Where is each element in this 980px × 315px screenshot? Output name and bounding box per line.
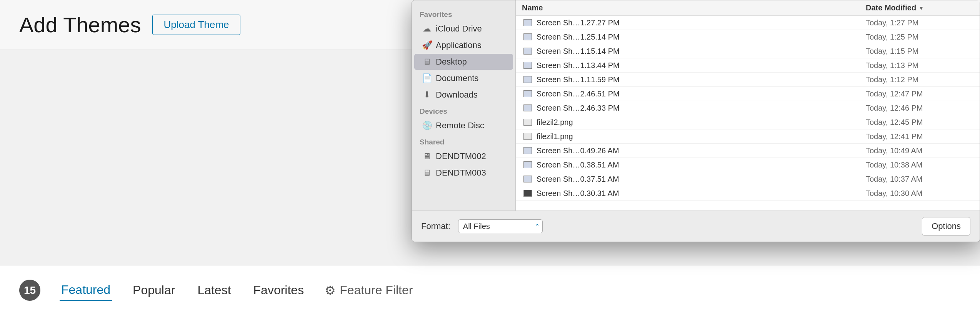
computer-icon-1: 🖥 <box>422 151 432 161</box>
sidebar-item-applications-label: Applications <box>436 40 482 50</box>
file-date: Today, 1:25 PM <box>866 33 973 41</box>
icloud-icon: ☁ <box>422 24 432 34</box>
file-name: Screen Sh…0.37.51 AM <box>537 175 866 184</box>
file-list-item[interactable]: Screen Sh…1.13.44 PM Today, 1:13 PM <box>516 58 980 73</box>
gear-icon: ⚙ <box>325 283 336 298</box>
file-list-item[interactable]: Screen Sh…0.37.51 AM Today, 10:37 AM <box>516 172 980 186</box>
file-date: Today, 12:46 PM <box>866 104 973 113</box>
sidebar-item-downloads[interactable]: ⬇ Downloads <box>414 87 513 103</box>
file-list-header: Name Date Modified ▼ <box>516 0 980 16</box>
file-list-item[interactable]: filezil1.png Today, 12:41 PM <box>516 129 980 144</box>
upload-theme-button[interactable]: Upload Theme <box>152 15 240 35</box>
tabs-bar: 15 Featured Popular Latest Favorites ⚙ F… <box>0 265 980 315</box>
desktop-icon: 🖥 <box>422 57 432 67</box>
feature-filter-button[interactable]: ⚙ Feature Filter <box>325 283 413 298</box>
file-list-item[interactable]: Screen Sh…0.49.26 AM Today, 10:49 AM <box>516 144 980 158</box>
options-button[interactable]: Options <box>922 217 970 235</box>
file-list-item[interactable]: Screen Sh…0.38.51 AM Today, 10:38 AM <box>516 158 980 172</box>
sidebar-item-dendtm002-label: DENDTM002 <box>436 151 486 161</box>
file-date: Today, 12:47 PM <box>866 90 973 98</box>
sidebar-item-documents[interactable]: 📄 Documents <box>414 70 513 86</box>
file-icon <box>522 189 533 198</box>
file-name: Screen Sh…2.46.33 PM <box>537 104 866 113</box>
file-name: Screen Sh…0.38.51 AM <box>537 161 866 169</box>
file-name: Screen Sh…1.11.59 PM <box>537 75 866 84</box>
file-icon <box>522 18 533 27</box>
file-name: Screen Sh…1.25.14 PM <box>537 33 866 41</box>
file-name: Screen Sh…1.27.27 PM <box>537 18 866 27</box>
file-list-item[interactable]: filezil2.png Today, 12:45 PM <box>516 115 980 129</box>
devices-section-label: Devices <box>412 103 515 117</box>
sidebar-item-remote-disc-label: Remote Disc <box>436 121 484 131</box>
file-icon <box>522 118 533 127</box>
file-icon <box>522 46 533 56</box>
applications-icon: 🚀 <box>422 40 432 50</box>
file-name: Screen Sh…1.15.14 PM <box>537 47 866 56</box>
file-name: Screen Sh…0.49.26 AM <box>537 146 866 155</box>
file-icon <box>522 146 533 155</box>
file-list-item[interactable]: Screen Sh…2.46.33 PM Today, 12:46 PM <box>516 101 980 115</box>
page-title: Add Themes <box>19 12 141 37</box>
file-date: Today, 10:30 AM <box>866 189 973 198</box>
themes-count-badge: 15 <box>19 280 40 301</box>
file-icon <box>522 160 533 169</box>
file-name: Screen Sh…0.30.31 AM <box>537 189 866 198</box>
file-date: Today, 10:38 AM <box>866 161 973 169</box>
file-icon <box>522 103 533 113</box>
favorites-section-label: Favorites <box>412 7 515 20</box>
tab-latest[interactable]: Latest <box>196 280 232 300</box>
file-date: Today, 1:15 PM <box>866 47 973 56</box>
sidebar-item-dendtm003-label: DENDTM003 <box>436 168 486 178</box>
shared-section-label: Shared <box>412 134 515 148</box>
file-list-item[interactable]: Screen Sh…0.30.31 AM Today, 10:30 AM <box>516 186 980 201</box>
file-list-item[interactable]: Screen Sh…2.46.51 PM Today, 12:47 PM <box>516 87 980 101</box>
tab-popular[interactable]: Popular <box>131 280 177 300</box>
file-icon <box>522 75 533 84</box>
file-picker-content: Favorites ☁ iCloud Drive 🚀 Applications … <box>412 0 980 211</box>
downloads-icon: ⬇ <box>422 90 432 100</box>
file-list-item[interactable]: Screen Sh…1.11.59 PM Today, 1:12 PM <box>516 73 980 87</box>
file-list-scroll[interactable]: Screen Sh…1.27.27 PM Today, 1:27 PM Scre… <box>516 16 980 211</box>
feature-filter-label: Feature Filter <box>340 283 413 297</box>
file-date: Today, 12:45 PM <box>866 118 973 127</box>
sidebar-item-desktop-label: Desktop <box>436 57 467 67</box>
remote-disc-icon: 💿 <box>422 121 432 131</box>
documents-icon: 📄 <box>422 73 432 83</box>
sidebar-item-applications[interactable]: 🚀 Applications <box>414 37 513 53</box>
file-list-item[interactable]: Screen Sh…1.25.14 PM Today, 1:25 PM <box>516 30 980 44</box>
file-name: Screen Sh…2.46.51 PM <box>537 90 866 98</box>
file-icon <box>522 174 533 184</box>
format-select[interactable]: All Files Images Documents <box>458 219 543 233</box>
file-date: Today, 1:27 PM <box>866 18 973 27</box>
file-date: Today, 1:12 PM <box>866 75 973 84</box>
file-date: Today, 10:49 AM <box>866 146 973 155</box>
file-list-item[interactable]: Screen Sh…1.27.27 PM Today, 1:27 PM <box>516 16 980 30</box>
file-name: Screen Sh…1.13.44 PM <box>537 61 866 70</box>
date-column-header[interactable]: Date Modified ▼ <box>866 3 973 12</box>
sidebar-item-desktop[interactable]: 🖥 Desktop <box>414 54 513 70</box>
file-picker-sidebar: Favorites ☁ iCloud Drive 🚀 Applications … <box>412 0 516 211</box>
tab-featured[interactable]: Featured <box>60 280 112 301</box>
file-date: Today, 12:41 PM <box>866 132 973 141</box>
format-label: Format: <box>421 221 450 231</box>
file-name: filezil2.png <box>537 118 866 127</box>
format-select-wrapper[interactable]: All Files Images Documents ⌃ <box>458 219 543 233</box>
file-name: filezil1.png <box>537 132 866 141</box>
sidebar-item-documents-label: Documents <box>436 73 478 83</box>
file-icon <box>522 32 533 41</box>
file-date: Today, 10:37 AM <box>866 175 973 184</box>
sort-arrow-icon: ▼ <box>918 5 924 11</box>
sidebar-item-downloads-label: Downloads <box>436 90 478 100</box>
tab-favorites[interactable]: Favorites <box>252 280 306 300</box>
file-picker-dialog: Favorites ☁ iCloud Drive 🚀 Applications … <box>412 0 980 242</box>
sidebar-item-dendtm002[interactable]: 🖥 DENDTM002 <box>414 148 513 164</box>
computer-icon-2: 🖥 <box>422 168 432 178</box>
sidebar-item-icloud[interactable]: ☁ iCloud Drive <box>414 21 513 37</box>
sidebar-item-icloud-label: iCloud Drive <box>436 24 482 34</box>
sidebar-item-remote-disc[interactable]: 💿 Remote Disc <box>414 118 513 134</box>
file-list-area: Name Date Modified ▼ Screen Sh…1.27.27 P… <box>516 0 980 211</box>
file-icon <box>522 89 533 98</box>
name-column-header[interactable]: Name <box>522 3 866 12</box>
file-list-item[interactable]: Screen Sh…1.15.14 PM Today, 1:15 PM <box>516 44 980 58</box>
sidebar-item-dendtm003[interactable]: 🖥 DENDTM003 <box>414 165 513 181</box>
